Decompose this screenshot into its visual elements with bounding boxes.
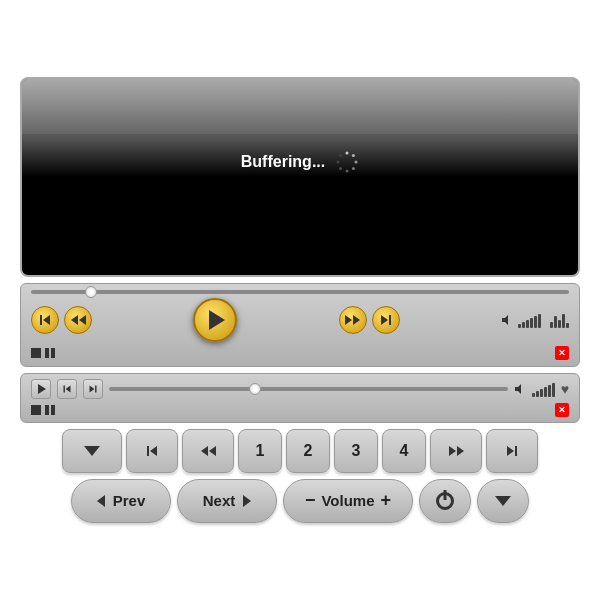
prev-nav-button[interactable]: Prev — [71, 479, 171, 523]
svg-point-2 — [355, 160, 358, 163]
svg-point-4 — [346, 169, 349, 172]
dropdown-button[interactable] — [62, 429, 122, 473]
next-arrow-icon — [243, 495, 251, 507]
buffering-indicator: Buffering... — [241, 150, 359, 174]
next-nav-label: Next — [203, 492, 236, 509]
main-controls-bar: ✕ — [20, 283, 580, 367]
favorite-button[interactable]: ♥ — [561, 381, 569, 397]
chapter-row: 1 2 3 4 — [20, 429, 580, 473]
secondary-seek-bar[interactable] — [109, 387, 508, 391]
down-button[interactable] — [477, 479, 529, 523]
svg-point-6 — [337, 160, 340, 163]
error-badge: ✕ — [555, 346, 569, 360]
fastforward-button[interactable] — [339, 306, 367, 334]
prev-button[interactable] — [31, 306, 59, 334]
video-screen: Buffering... — [20, 77, 580, 277]
seek-row — [31, 290, 569, 294]
sec-error-badge: ✕ — [555, 403, 569, 417]
play-button[interactable] — [193, 298, 237, 342]
sec-volume-bars — [532, 381, 555, 397]
right-controls — [339, 306, 400, 334]
media-player: Buffering... — [10, 67, 590, 533]
sec-stop-button[interactable] — [31, 405, 41, 415]
secondary-seek-thumb[interactable] — [249, 383, 261, 395]
chevron-down-icon — [84, 446, 100, 456]
seek-bar[interactable] — [31, 290, 569, 294]
chapter-rewind-button[interactable] — [182, 429, 234, 473]
chapter-2-button[interactable]: 2 — [286, 429, 330, 473]
chapter-3-button[interactable]: 3 — [334, 429, 378, 473]
volume-bars — [518, 312, 541, 328]
volume-plus-label[interactable]: + — [381, 490, 392, 511]
sec-stop-pause-row — [31, 405, 55, 415]
volume-eq-controls — [501, 312, 569, 328]
sec-volume-icon — [514, 383, 526, 395]
chapter-1-button[interactable]: 1 — [238, 429, 282, 473]
rewind-button[interactable] — [64, 306, 92, 334]
sec-play-icon — [38, 384, 46, 394]
prev-nav-label: Prev — [113, 492, 146, 509]
pause-button[interactable] — [45, 348, 55, 358]
sec-prev-button[interactable] — [57, 379, 77, 399]
volume-minus-label[interactable]: − — [305, 490, 316, 511]
next-nav-button[interactable]: Next — [177, 479, 277, 523]
play-icon — [209, 310, 225, 330]
volume-control-button[interactable]: − Volume + — [283, 479, 413, 523]
stop-button[interactable] — [31, 348, 41, 358]
seek-thumb[interactable] — [85, 286, 97, 298]
next-button[interactable] — [372, 306, 400, 334]
svg-marker-8 — [502, 315, 508, 325]
volume-icon — [501, 314, 513, 326]
controls-row — [31, 298, 569, 342]
svg-marker-9 — [515, 384, 521, 394]
svg-point-0 — [346, 151, 349, 154]
down-chevron-icon — [495, 496, 511, 506]
loading-spinner — [335, 150, 359, 174]
sec-play-button[interactable] — [31, 379, 51, 399]
chapter-ff-button[interactable] — [430, 429, 482, 473]
secondary-controls-bar: ♥ ✕ — [20, 373, 580, 423]
svg-point-7 — [339, 154, 342, 157]
sec-pause-button[interactable] — [45, 405, 55, 415]
stop-pause-row — [31, 348, 55, 358]
secondary-controls-row: ♥ — [31, 379, 569, 399]
buffering-text: Buffering... — [241, 153, 325, 171]
svg-point-3 — [352, 166, 355, 169]
prev-arrow-icon — [97, 495, 105, 507]
left-controls — [31, 306, 92, 334]
power-button[interactable] — [419, 479, 471, 523]
chapter-next-button[interactable] — [486, 429, 538, 473]
chapter-prev-button[interactable] — [126, 429, 178, 473]
svg-point-1 — [352, 154, 355, 157]
svg-point-5 — [339, 166, 342, 169]
bottom-row: Prev Next − Volume + — [20, 479, 580, 523]
chapter-4-button[interactable]: 4 — [382, 429, 426, 473]
eq-icon[interactable] — [550, 312, 569, 328]
volume-label: Volume — [321, 492, 374, 509]
power-icon — [436, 492, 454, 510]
sec-next-button[interactable] — [83, 379, 103, 399]
